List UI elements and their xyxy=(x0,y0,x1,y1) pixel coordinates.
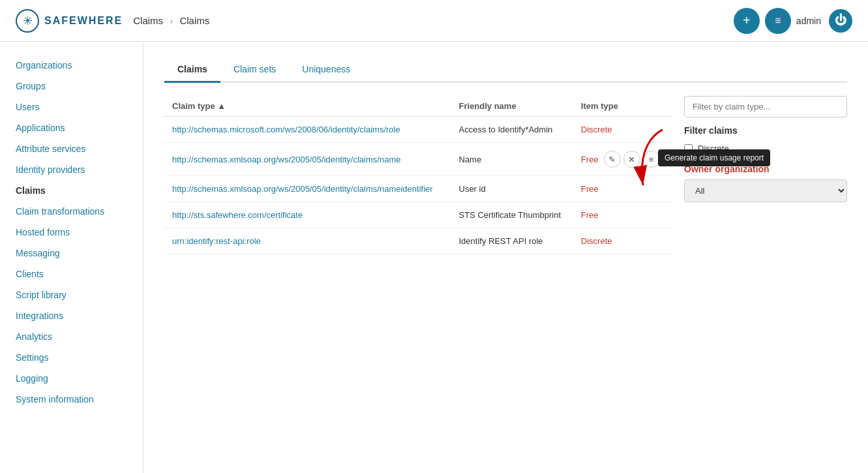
logo-text: SAFEWHERE xyxy=(44,15,123,27)
friendly-name-cell: User id xyxy=(451,176,573,202)
sidebar-item-logging[interactable]: Logging xyxy=(0,368,143,389)
sidebar-item-applications[interactable]: Applications xyxy=(0,117,143,138)
sidebar-item-claim-transformations[interactable]: Claim transformations xyxy=(0,201,143,222)
col-item-type: Item type xyxy=(573,96,671,117)
friendly-name-cell: Identify REST API role xyxy=(451,228,573,254)
item-type-cell: Discrete xyxy=(573,228,671,254)
sidebar-item-analytics[interactable]: Analytics xyxy=(0,326,143,347)
more-button[interactable]: ≡ xyxy=(643,151,660,168)
sidebar-item-organizations[interactable]: Organizations xyxy=(0,55,143,76)
sidebar-item-identity-providers[interactable]: Identity providers xyxy=(0,159,143,180)
filter-input[interactable] xyxy=(684,96,847,117)
owner-org-select[interactable]: All xyxy=(684,179,847,202)
right-panel: Filter claims Generate claim usage repor… xyxy=(671,96,847,254)
claim-type-link[interactable]: http://schemas.xmlsoap.org/ws/2005/05/id… xyxy=(172,184,433,194)
col-friendly-name: Friendly name xyxy=(451,96,573,117)
table-row: urn:identify:rest-api:roleIdentify REST … xyxy=(164,228,671,254)
sidebar: Organizations Groups Users Applications … xyxy=(0,42,143,473)
sidebar-item-attribute-services[interactable]: Attribute services xyxy=(0,138,143,159)
edit-button[interactable]: ✎ xyxy=(604,151,621,168)
breadcrumb-separator: › xyxy=(170,15,173,26)
menu-button[interactable]: ≡ xyxy=(765,8,791,34)
sidebar-item-clients[interactable]: Clients xyxy=(0,264,143,284)
header: ✳ SAFEWHERE Claims › Claims + ≡ admin ⏻ xyxy=(0,0,868,42)
sidebar-item-messaging[interactable]: Messaging xyxy=(0,243,143,264)
filter-claims-label: Filter claims xyxy=(684,125,847,136)
claim-type-link[interactable]: http://schemas.microsoft.com/ws/2008/06/… xyxy=(172,125,400,134)
sidebar-item-settings[interactable]: Settings xyxy=(0,347,143,368)
sidebar-item-script-library[interactable]: Script library xyxy=(0,284,143,305)
sidebar-item-system-information[interactable]: System information xyxy=(0,389,143,410)
friendly-name-cell: Access to Identify*Admin xyxy=(451,117,573,143)
item-type-cell: Free xyxy=(573,202,671,228)
breadcrumb-current: Claims xyxy=(179,15,209,26)
content-area: Claim type ▲ Friendly name Item type htt… xyxy=(164,96,847,254)
sidebar-item-integrations[interactable]: Integrations xyxy=(0,305,143,326)
table-row: http://sts.safewhere.com/certificateSTS … xyxy=(164,202,671,228)
row-actions: ✎✕≡ xyxy=(604,151,660,168)
sidebar-item-users[interactable]: Users xyxy=(0,97,143,117)
table-section: Claim type ▲ Friendly name Item type htt… xyxy=(164,96,671,254)
add-button[interactable]: + xyxy=(734,8,760,34)
tab-uniqueness[interactable]: Uniqueness xyxy=(289,57,363,83)
claim-type-link[interactable]: http://sts.safewhere.com/certificate xyxy=(172,210,303,220)
tabs: Claims Claim sets Uniqueness xyxy=(164,57,847,83)
header-right: + ≡ admin ⏻ xyxy=(734,8,852,34)
delete-button[interactable]: ✕ xyxy=(623,151,640,168)
breadcrumb: Claims › Claims xyxy=(133,15,209,26)
item-type-cell: Free✎✕≡ xyxy=(573,143,671,176)
logo: ✳ SAFEWHERE xyxy=(16,9,123,33)
claims-table: Claim type ▲ Friendly name Item type htt… xyxy=(164,96,671,254)
item-type-cell: Free xyxy=(573,176,671,202)
header-left: ✳ SAFEWHERE Claims › Claims xyxy=(16,9,209,33)
table-row: http://schemas.xmlsoap.org/ws/2005/05/id… xyxy=(164,176,671,202)
tab-claim-sets[interactable]: Claim sets xyxy=(220,57,289,83)
tab-claims[interactable]: Claims xyxy=(164,57,220,83)
table-row: http://schemas.microsoft.com/ws/2008/06/… xyxy=(164,117,671,143)
friendly-name-cell: STS Certificate Thumbprint xyxy=(451,202,573,228)
claim-type-link[interactable]: http://schemas.xmlsoap.org/ws/2005/05/id… xyxy=(172,155,400,164)
main-content: Claims Claim sets Uniqueness Claim type … xyxy=(143,42,868,473)
table-row: http://schemas.xmlsoap.org/ws/2005/05/id… xyxy=(164,143,671,176)
generate-report-tooltip: Generate claim usage report xyxy=(658,149,770,166)
breadcrumb-root[interactable]: Claims xyxy=(133,15,163,26)
claim-type-link[interactable]: urn:identify:rest-api:role xyxy=(172,236,261,246)
layout: Organizations Groups Users Applications … xyxy=(0,42,868,473)
col-claim-type[interactable]: Claim type ▲ xyxy=(164,96,451,117)
admin-icon-button[interactable]: ⏻ xyxy=(829,9,852,33)
item-type-cell: Discrete xyxy=(573,117,671,143)
sidebar-item-claims[interactable]: Claims xyxy=(0,180,143,201)
admin-label: admin xyxy=(796,16,821,26)
logo-icon: ✳ xyxy=(16,9,39,33)
friendly-name-cell: Name xyxy=(451,143,573,176)
sidebar-item-hosted-forms[interactable]: Hosted forms xyxy=(0,222,143,243)
sidebar-item-groups[interactable]: Groups xyxy=(0,76,143,97)
